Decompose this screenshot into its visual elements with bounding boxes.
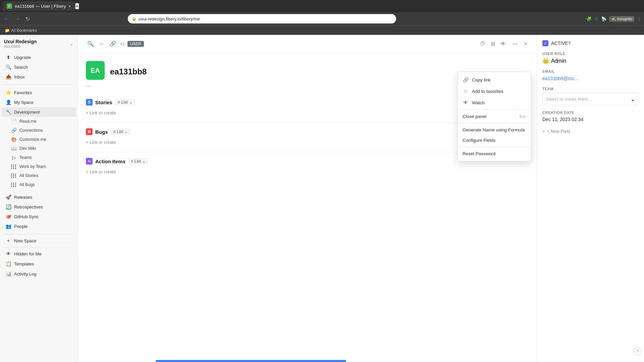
bugs-list-chevron: ⌄: [124, 129, 128, 134]
new-field-btn[interactable]: + + New Field: [542, 127, 639, 135]
sidebar-sub-all-stories[interactable]: All Stories: [1, 171, 76, 180]
history-btn[interactable]: ⏱: [479, 40, 487, 48]
menu-icon[interactable]: ⋮: [637, 16, 641, 21]
bookmark-star-icon[interactable]: ☆: [594, 16, 598, 21]
user-role-label: USER ROLE: [542, 52, 639, 56]
user-role-field: USER ROLE 👑 Admin: [542, 52, 639, 64]
dropdown-generate-name[interactable]: Generate Name using Formula: [458, 125, 531, 135]
sidebar-sub-all-bugs[interactable]: All Bugs: [1, 180, 76, 189]
sidebar-sub-teams[interactable]: ▷ Teams: [1, 153, 76, 162]
my-space-icon: 👤: [5, 99, 11, 105]
forward-btn[interactable]: →: [13, 14, 21, 23]
incognito-badge: 🕵 Incognito: [609, 16, 634, 22]
sidebar-item-upgrade[interactable]: ⬆ Upgrade: [1, 53, 76, 62]
layout-btn[interactable]: ⊞: [489, 39, 496, 48]
releases-icon: 🚀: [5, 194, 11, 200]
sidebar-new-space[interactable]: + New Space: [1, 236, 76, 245]
action-items-list-btn[interactable]: ≡ List ⌄: [128, 158, 148, 165]
action-items-link-create[interactable]: + Link or create: [86, 167, 529, 176]
app-container: Uxui Redesign ea131bb8 ⌄ ⬆ Upgrade 🔍 Sea…: [0, 35, 644, 362]
sidebar-item-hidden[interactable]: 👁 Hidden for Me: [1, 249, 76, 258]
tab-close-btn[interactable]: ×: [68, 4, 71, 9]
sidebar-sub-work-by-team[interactable]: Work by Team: [1, 162, 76, 171]
bookmarks-label: All Bookmarks: [11, 28, 37, 33]
watch-icon: 👁: [463, 100, 469, 106]
close-panel-label: Close panel: [463, 114, 486, 119]
add-tab-btn[interactable]: +: [75, 3, 79, 9]
sidebar-main-section: ⭐ Favorites 👤 My Space 🔧 Development 📄 R…: [0, 86, 77, 191]
star-btn[interactable]: ☆: [98, 39, 105, 48]
templates-icon: 📋: [5, 261, 11, 267]
refresh-btn[interactable]: ↻: [24, 14, 31, 23]
action-items-title: Action Items: [95, 159, 125, 164]
crown-icon: 👑: [542, 58, 549, 64]
sidebar-item-my-space[interactable]: 👤 My Space: [1, 98, 76, 107]
dropdown-close-panel[interactable]: Close panel Esc: [458, 111, 531, 122]
dev-wiki-icon: 📖: [11, 145, 17, 152]
incognito-label: Incognito: [617, 17, 632, 21]
sidebar-item-inbox[interactable]: 📥 Inbox: [1, 72, 76, 81]
sidebar-sub-customizeme[interactable]: 🎨 Customize.me: [1, 135, 76, 144]
workspace-name: Uxui Redesign: [4, 39, 37, 44]
eye-btn[interactable]: 👁: [499, 40, 507, 48]
dropdown-divider-2: [458, 123, 531, 123]
help-btn[interactable]: ?: [633, 347, 641, 355]
add-favorites-label: Add to favorites: [472, 89, 503, 94]
stories-list-btn[interactable]: ≡ List ⌄: [115, 99, 135, 106]
new-field-icon: +: [542, 129, 545, 134]
readme-icon: 📄: [11, 118, 17, 124]
back-btn[interactable]: ←: [3, 14, 11, 23]
sidebar-item-search[interactable]: 🔍 Search: [1, 62, 76, 72]
email-label: EMAIL: [542, 69, 639, 73]
connections-icon: 🔗: [11, 127, 17, 133]
role-text: Admin: [551, 58, 566, 64]
stories-title: Stories: [95, 100, 112, 105]
browser-right-icons: 🧩 ☆ 📡 🕵 Incognito ⋮: [586, 16, 641, 22]
browser-tab-active[interactable]: F ea131bb8 — User | Fibery ×: [3, 1, 75, 11]
bookmark-folder-icon: 📁: [5, 28, 10, 33]
bookmarks-all[interactable]: 📁 All Bookmarks: [3, 27, 39, 34]
link-btn[interactable]: 🔗: [108, 39, 117, 48]
dropdown-watch[interactable]: 👁 Watch: [458, 97, 531, 108]
sidebar-item-github-sync[interactable]: 🐙 GitHub Sync: [1, 212, 76, 221]
sidebar-item-favorites[interactable]: ⭐ Favorites: [1, 88, 76, 97]
sidebar-sub-connections[interactable]: 🔗 Connections: [1, 126, 76, 135]
sidebar-item-releases[interactable]: 🚀 Releases: [1, 192, 76, 202]
scroll-bar-container: [156, 360, 537, 362]
email-value[interactable]: ea131bb8@mc...: [542, 76, 578, 81]
active-checkbox[interactable]: ✓ ACTIVE?: [542, 40, 639, 46]
dropdown-copy-link[interactable]: 🔗 Copy link: [458, 74, 531, 85]
new-space-icon: +: [5, 238, 11, 244]
bugs-list-btn[interactable]: ≡ List ⌄: [111, 128, 131, 135]
address-bar[interactable]: 🔒 uxui-redesign.fibery.io/fibery/me: [128, 14, 396, 23]
sidebar-item-people[interactable]: 👥 People: [1, 222, 76, 231]
more-options-btn[interactable]: ···: [510, 39, 520, 49]
team-select-dropdown[interactable]: Select or create team... ⌄: [542, 93, 639, 105]
tab-favicon: F: [7, 3, 12, 9]
dropdown-reset-password[interactable]: Reset Password: [458, 148, 531, 159]
copy-link-icon: 🔗: [463, 77, 469, 83]
workspace-chevron[interactable]: ⌄: [70, 41, 73, 46]
search-content-btn[interactable]: 🔍: [86, 39, 95, 48]
sidebar-sub-dev-wiki[interactable]: 📖 Dev Wiki: [1, 144, 76, 153]
browser-chrome: F ea131bb8 — User | Fibery × + ← → ↻ 🔒 u…: [0, 0, 644, 35]
sidebar-sub-readme[interactable]: 📄 Read.me: [1, 117, 76, 126]
action-list-icon: ≡: [131, 159, 133, 164]
close-panel-btn[interactable]: ×: [523, 40, 529, 48]
right-panel: ✓ ACTIVE? USER ROLE 👑 Admin EMAIL ea131b…: [537, 35, 644, 362]
dropdown-add-favorites[interactable]: ☆ Add to favorites: [458, 85, 531, 97]
activity-log-icon: 📊: [5, 271, 11, 277]
sidebar-item-development[interactable]: 🔧 Development: [1, 107, 76, 117]
sidebar-item-retrospectives[interactable]: 🔄 Retrospectives: [1, 202, 76, 212]
incognito-icon: 🕵: [611, 17, 616, 21]
action-items-icon: AI: [86, 158, 93, 165]
list-icon: ≡: [118, 100, 120, 105]
sidebar-item-activity-log[interactable]: 📊 Activity Log: [1, 269, 76, 279]
sidebar-item-templates[interactable]: 📋 Templates: [1, 259, 76, 268]
github-sync-icon: 🐙: [5, 214, 11, 220]
all-stories-icon: [11, 173, 17, 179]
list-chevron: ⌄: [129, 100, 132, 105]
customizeme-icon: 🎨: [11, 136, 17, 142]
stories-icon: S: [86, 99, 93, 106]
dropdown-configure-fields[interactable]: Configure Fields: [458, 135, 531, 145]
